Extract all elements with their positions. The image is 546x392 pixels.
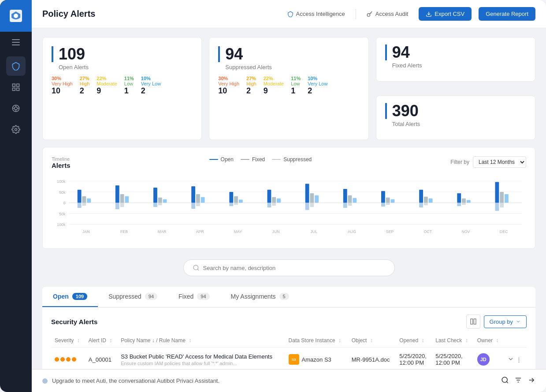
access-intelligence-link[interactable]: Access Intelligence — [284, 11, 349, 17]
forward-bottom-icon[interactable] — [527, 376, 535, 386]
auti-dot — [42, 378, 48, 384]
export-csv-button[interactable]: Export CSV — [419, 7, 472, 21]
search-input[interactable] — [203, 265, 386, 271]
svg-rect-67 — [310, 203, 314, 207]
table-section: Security Alerts Group by — [42, 307, 535, 369]
svg-text:SEP: SEP — [386, 229, 394, 234]
open-alerts-number: 109 — [52, 46, 193, 62]
sidebar-item-target[interactable] — [6, 99, 26, 118]
svg-text:JUN: JUN — [272, 229, 280, 234]
row1-policy-desc: Ensure custom IAM policies that allow fu… — [121, 361, 281, 366]
table-header: Severity ↕ Alert ID ↕ Policy Name ↓ / Ru… — [51, 334, 527, 348]
right-stats-column: 94 Fixed Alerts 390 Total Alerts — [376, 37, 535, 140]
svg-rect-85 — [424, 203, 428, 205]
moderate-label: Moderate — [97, 81, 117, 86]
table-header-row: Security Alerts Group by — [51, 314, 527, 329]
stats-row: 109 Open Alerts 30% Very High 10 27% Hig… — [42, 37, 535, 140]
supp-very-low-item: 10% Very Low 2 — [308, 76, 327, 96]
open-alerts-label: Open Alerts — [52, 64, 193, 70]
supp-very-high-item: 30% Very High 10 — [218, 76, 239, 96]
svg-text:AUG: AUG — [348, 229, 356, 234]
col-policy-name[interactable]: Policy Name ↓ / Rule Name ↕ — [117, 334, 285, 348]
search-bottom-icon[interactable] — [501, 376, 509, 386]
suppressed-alerts-number: 94 — [218, 46, 359, 62]
svg-rect-102 — [474, 319, 476, 324]
content-area: 109 Open Alerts 30% Very High 10 27% Hig… — [32, 28, 546, 369]
sidebar — [0, 0, 32, 392]
filter-bottom-icon[interactable] — [514, 376, 522, 386]
row1-expand-button[interactable] — [507, 355, 514, 364]
table-section-title: Security Alerts — [51, 318, 97, 325]
dot-1 — [55, 357, 59, 362]
forward-icon — [527, 376, 535, 384]
tab-fixed[interactable]: Fixed 94 — [168, 287, 220, 307]
col-alert-id[interactable]: Alert ID ↕ — [85, 334, 117, 348]
very-high-pct: 30% — [52, 76, 73, 81]
sidebar-menu-button[interactable] — [0, 32, 32, 53]
filter-select[interactable]: Last 12 Months Last 6 Months Last 3 Mont… — [473, 156, 526, 168]
svg-line-104 — [506, 381, 508, 383]
tab-open-badge: 109 — [72, 293, 87, 300]
header-actions: Access Intelligence Access Audit Export … — [284, 7, 535, 21]
tab-suppressed-label: Suppressed — [108, 293, 141, 300]
dot-4 — [72, 357, 76, 362]
bottom-bar: Upgrade to meet Auti, the conversational… — [32, 369, 546, 392]
very-low-label: Very Low — [141, 81, 161, 86]
svg-rect-97 — [500, 203, 504, 207]
sidebar-item-dashboard[interactable] — [6, 78, 26, 97]
low-label: Low — [124, 81, 134, 86]
tab-open[interactable]: Open 109 — [42, 287, 98, 307]
very-high-item: 30% Very High 10 — [52, 76, 73, 96]
svg-rect-46 — [196, 194, 200, 203]
sidebar-item-shield[interactable] — [6, 56, 26, 76]
alerts-table: Severity ↕ Alert ID ↕ Policy Name ↓ / Ru… — [51, 334, 527, 369]
legend-suppressed-dot — [272, 159, 281, 160]
svg-rect-34 — [120, 194, 124, 203]
svg-rect-40 — [158, 197, 162, 203]
col-owner[interactable]: Owner ↕ — [474, 334, 504, 348]
svg-rect-57 — [267, 190, 271, 203]
row1-owner: JD — [474, 348, 504, 370]
svg-rect-37 — [120, 203, 124, 207]
svg-rect-8 — [17, 88, 19, 91]
sidebar-item-settings[interactable] — [6, 120, 26, 139]
fixed-alerts-number: 94 — [385, 44, 526, 60]
header-divider — [356, 9, 356, 19]
svg-rect-51 — [229, 192, 233, 203]
row1-more-button[interactable]: ⋮ — [516, 356, 522, 363]
svg-text:FEB: FEB — [120, 229, 128, 234]
col-object[interactable]: Object ↕ — [348, 334, 396, 348]
svg-rect-41 — [163, 199, 167, 203]
access-audit-link[interactable]: Access Audit — [363, 11, 412, 17]
table-actions: Group by — [466, 314, 527, 329]
tab-suppressed[interactable]: Suppressed 94 — [98, 287, 168, 307]
low-item: 11% Low 1 — [124, 76, 134, 96]
row1-ds-name: Amazon S3 — [302, 356, 331, 363]
supp-high-item: 27% High 2 — [246, 76, 256, 96]
amazon-s3-icon: S3 — [289, 354, 299, 365]
tab-my-assignments[interactable]: My Assignments 5 — [220, 287, 300, 307]
moderate-item: 22% Moderate 9 — [97, 76, 117, 96]
col-datastore[interactable]: Data Store Instance ↕ — [285, 334, 348, 348]
svg-rect-72 — [343, 203, 347, 208]
svg-rect-5 — [13, 84, 15, 87]
group-by-button[interactable]: Group by — [484, 315, 527, 328]
columns-icon-button[interactable] — [466, 314, 480, 329]
svg-rect-96 — [495, 203, 499, 211]
col-opened[interactable]: Opened ↕ — [396, 334, 432, 348]
row1-ds-cell: S3 Amazon S3 — [289, 354, 345, 365]
svg-text:100k: 100k — [57, 222, 66, 227]
col-last-check[interactable]: Last Check ↕ — [432, 334, 473, 348]
svg-rect-75 — [381, 191, 385, 203]
svg-rect-36 — [115, 203, 119, 209]
open-alerts-card: 109 Open Alerts 30% Very High 10 27% Hig… — [42, 37, 202, 140]
row1-object: MR-9951A.doc — [348, 348, 396, 370]
generate-report-button[interactable]: Generate Report — [479, 7, 535, 21]
col-severity[interactable]: Severity ↕ — [51, 334, 85, 348]
svg-rect-76 — [386, 197, 390, 203]
sidebar-logo — [0, 0, 32, 32]
high-label: High — [80, 81, 90, 86]
legend-fixed-label: Fixed — [252, 156, 265, 163]
svg-rect-87 — [457, 193, 461, 203]
chevron-down-icon — [516, 319, 521, 324]
